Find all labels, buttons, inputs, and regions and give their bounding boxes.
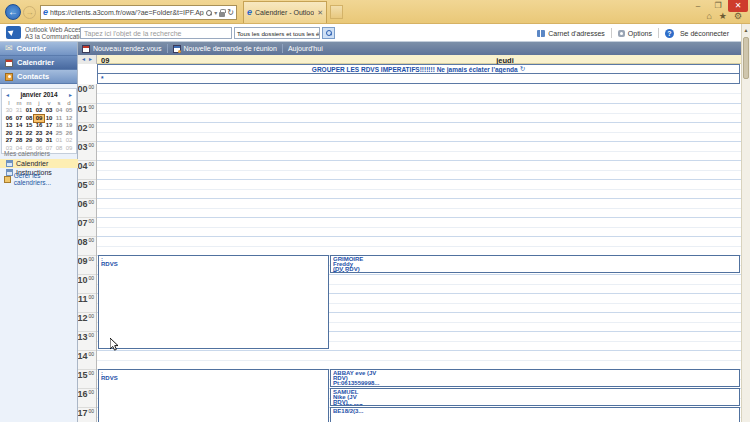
appointment[interactable]: GRIMOIREFreddy(DV RDV)T-014... xyxy=(330,255,740,273)
mini-calendar-date[interactable]: 30 xyxy=(34,137,44,145)
new-tab-button[interactable] xyxy=(330,5,343,19)
time-slot[interactable] xyxy=(97,350,741,369)
refresh-icon[interactable]: ↻ xyxy=(227,9,234,17)
mini-calendar-date[interactable]: 19 xyxy=(64,122,74,130)
search-input[interactable] xyxy=(80,27,232,39)
mini-calendar-date[interactable]: 01 xyxy=(54,137,64,145)
mini-calendar-date[interactable]: 29 xyxy=(24,137,34,145)
time-slot[interactable] xyxy=(97,198,741,217)
mini-calendar-date[interactable]: 25 xyxy=(54,130,64,138)
options-link[interactable]: Options xyxy=(618,30,652,37)
time-slot[interactable] xyxy=(97,122,741,141)
time-slot[interactable] xyxy=(97,217,741,236)
day-column: :RDVSGRIMOIREFreddy(DV RDV)T-014...:RDVS… xyxy=(97,84,741,422)
mini-calendar-date[interactable]: 21 xyxy=(14,130,24,138)
mini-calendar-date[interactable]: 22 xyxy=(24,130,34,138)
today-button[interactable]: Aujourd'hui xyxy=(288,45,323,52)
next-day-icon[interactable]: ► xyxy=(88,57,93,62)
mini-calendar-date[interactable]: 06 xyxy=(4,115,14,123)
mini-calendar-date[interactable]: 05 xyxy=(64,107,74,115)
mini-calendar-date[interactable]: 20 xyxy=(4,130,14,138)
mini-calendar-date[interactable]: 26 xyxy=(64,130,74,138)
time-slot[interactable] xyxy=(97,179,741,198)
mini-calendar-date[interactable]: 04 xyxy=(54,107,64,115)
mini-calendar-date[interactable]: 10 xyxy=(44,115,54,123)
back-button[interactable]: ← xyxy=(5,4,21,20)
mini-calendar-date[interactable]: 08 xyxy=(24,115,34,123)
minimize-button[interactable]: – xyxy=(688,0,708,12)
mini-calendar-date[interactable]: 31 xyxy=(14,107,24,115)
mini-calendar-date[interactable]: 07 xyxy=(14,115,24,123)
mini-calendar-date[interactable]: 09 xyxy=(34,115,44,123)
divider xyxy=(611,28,612,38)
help-icon[interactable]: ? xyxy=(665,29,674,38)
address-book-link[interactable]: Carnet d'adresses xyxy=(537,30,605,37)
appointment[interactable]: :RDVS xyxy=(98,255,329,349)
mini-calendar-date[interactable]: 02 xyxy=(34,107,44,115)
calendar-toolbar: Nouveau rendez-vous Nouvelle demande de … xyxy=(78,42,741,55)
mini-calendar-date[interactable]: 30 xyxy=(4,107,14,115)
appointment[interactable]: BE18/2(3... xyxy=(330,407,740,422)
mini-calendar-date[interactable]: 17 xyxy=(44,122,54,130)
forward-button[interactable]: → xyxy=(23,6,36,19)
search-button[interactable] xyxy=(322,27,335,39)
new-appointment-button[interactable]: Nouveau rendez-vous xyxy=(82,45,162,53)
mini-calendar-date[interactable]: 14 xyxy=(14,122,24,130)
mini-calendar-date[interactable]: 31 xyxy=(44,137,54,145)
time-slot[interactable] xyxy=(97,160,741,179)
favorites-star-icon[interactable]: ★ xyxy=(719,12,727,21)
search-icon[interactable] xyxy=(206,10,212,16)
tab-close-icon[interactable]: ✕ xyxy=(317,9,323,17)
tools-gear-icon[interactable]: ⚙ xyxy=(734,12,742,21)
browser-tab[interactable]: e Calendrier - Outlook Web A... ✕ xyxy=(243,1,327,23)
search-scope-dropdown[interactable]: Tous les dossiers et tous les éléments ▾ xyxy=(234,27,320,39)
vertical-scrollbar[interactable]: ▲ xyxy=(741,24,750,422)
hour-label: 15 xyxy=(78,371,87,388)
mini-calendar-date[interactable]: 28 xyxy=(14,137,24,145)
address-bar[interactable]: e https://clients.a3com.fr/owa/?ae=Folde… xyxy=(40,5,237,20)
time-gutter-row: 1100 xyxy=(78,293,96,312)
minute-label: 00 xyxy=(88,371,94,388)
mini-calendar-date[interactable]: 03 xyxy=(44,107,54,115)
minute-label: 00 xyxy=(88,409,94,422)
dropdown-caret-icon[interactable]: ▾ xyxy=(214,9,217,16)
mini-calendar-date[interactable]: 18 xyxy=(54,122,64,130)
calendar-list-item[interactable]: Calendrier xyxy=(0,159,78,168)
mini-calendar-date[interactable]: 15 xyxy=(24,122,34,130)
appointment[interactable]: SAMUELNike (JVRDV)D-0125457... xyxy=(330,388,740,406)
time-gutter-row: 0200 xyxy=(78,122,96,141)
sidebar-item-calendrier[interactable]: Calendrier xyxy=(0,56,77,70)
half-hour-line xyxy=(97,132,741,133)
divider xyxy=(282,44,283,53)
manage-calendars-link[interactable]: Gérer les calendriers... xyxy=(4,172,77,186)
appointment-text-line: Pt:0613559998... xyxy=(333,381,737,386)
home-icon[interactable]: ⌂ xyxy=(706,12,711,21)
all-day-event[interactable]: * xyxy=(97,74,740,84)
appointment[interactable]: :RDVS xyxy=(98,369,329,422)
mini-calendar-date[interactable]: 24 xyxy=(44,130,54,138)
previous-day-icon[interactable]: ◄ xyxy=(81,57,86,62)
hour-label: 06 xyxy=(78,200,87,217)
mini-calendar-date[interactable]: 01 xyxy=(24,107,34,115)
sign-out-link[interactable]: Se déconnecter xyxy=(680,30,729,37)
appointment[interactable]: ABBAY eve (JVRDV)Pt:0613559998... xyxy=(330,369,740,387)
sidebar-item-contacts[interactable]: Contacts xyxy=(0,70,77,84)
next-month-icon[interactable]: ► xyxy=(68,92,73,98)
mini-calendar-date[interactable]: 13 xyxy=(4,122,14,130)
time-slot[interactable] xyxy=(97,236,741,255)
scrollbar-thumb[interactable] xyxy=(743,37,749,79)
mini-calendar-date[interactable]: 02 xyxy=(64,137,74,145)
time-slot[interactable] xyxy=(97,103,741,122)
mini-calendar-date[interactable]: 11 xyxy=(54,115,64,123)
scroll-up-icon[interactable]: ▲ xyxy=(742,24,750,36)
new-meeting-request-button[interactable]: Nouvelle demande de réunion xyxy=(173,45,277,53)
all-day-event[interactable]: GROUPER LES RDVS IMPERATIFS!!!!!!! Ne ja… xyxy=(97,64,740,74)
mini-calendar-date[interactable]: 27 xyxy=(4,137,14,145)
sidebar-item-courrier[interactable]: ✉ Courrier xyxy=(0,42,77,56)
mini-calendar-date[interactable]: 12 xyxy=(64,115,74,123)
prev-month-icon[interactable]: ◄ xyxy=(5,92,10,98)
mini-calendar-date[interactable]: 23 xyxy=(34,130,44,138)
time-slot[interactable] xyxy=(97,84,741,103)
mini-calendar-date[interactable]: 16 xyxy=(34,122,44,130)
time-slot[interactable] xyxy=(97,141,741,160)
